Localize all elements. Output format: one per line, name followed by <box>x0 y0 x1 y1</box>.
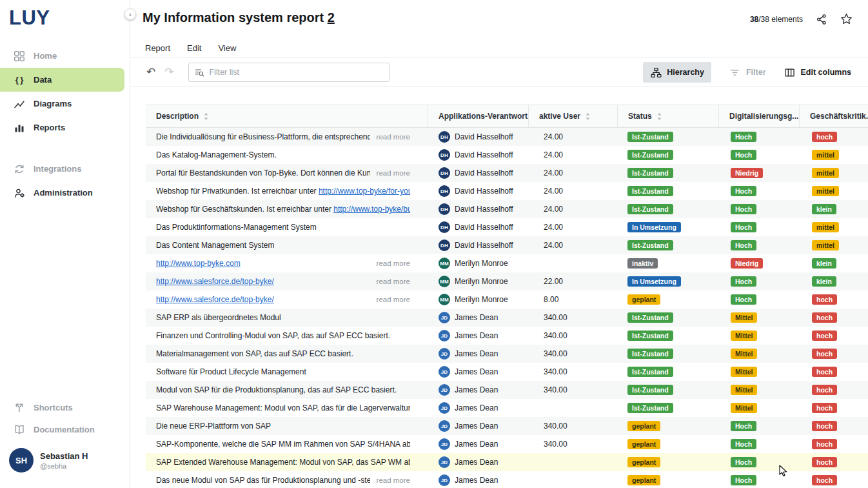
column-header-digitalization[interactable]: Digitalisierungsg... <box>719 105 800 127</box>
description-link[interactable]: http://www.salesforce.de/top-byke/ <box>156 295 274 304</box>
table-row[interactable]: http://www.top-byke.com read more MM Mer… <box>146 254 868 272</box>
read-more-link[interactable]: read more <box>370 133 410 141</box>
criticality-cell: klein <box>800 276 868 287</box>
table-row[interactable]: SAP ERP als übergeordnetes Modul JD Jame… <box>146 309 868 327</box>
table-row[interactable]: http://www.salesforce.de/top-byke/ read … <box>146 272 868 290</box>
table-row[interactable]: Finanzen und Controlling-Modul von SAP, … <box>146 327 868 345</box>
sidebar-item-administration[interactable]: Administration <box>0 181 130 205</box>
table-row[interactable]: Das Produktinformations-Management Syste… <box>146 218 868 236</box>
description-cell: SAP Extended Warehouse Management: Modul… <box>146 458 428 467</box>
digitalization-cell: Mittel <box>719 330 800 341</box>
user-handle: @sebha <box>40 462 88 470</box>
edit-columns-button[interactable]: Edit columns <box>784 66 851 78</box>
table-row[interactable]: Das Katalog-Management-System. DH David … <box>146 146 868 164</box>
app-logo[interactable]: LUY <box>0 0 130 44</box>
main-content: My Information system report 2 38/38 ele… <box>131 0 868 488</box>
table-row[interactable]: Webshop für Privatkunden. Ist erreichbar… <box>146 182 868 200</box>
filter-list-icon <box>194 67 204 77</box>
sidebar-item-home[interactable]: Home <box>0 44 130 68</box>
digitalization-cell: Hoch <box>719 204 800 215</box>
table-row[interactable]: Das neue Modul von SAP das für Produktio… <box>146 471 868 488</box>
criticality-cell: hoch <box>800 132 868 143</box>
column-header-owner[interactable]: Applikations-Verantwort... <box>428 105 529 127</box>
owner-name: David Hasselhoff <box>455 223 513 232</box>
read-more-link[interactable]: read more <box>370 278 410 285</box>
column-header-description[interactable]: Description <box>146 105 428 127</box>
table-row[interactable]: SAP-Komponente, welche die SAP MM im Rah… <box>146 435 868 453</box>
column-header-active-users[interactable]: aktive User <box>529 105 618 127</box>
owner-name: James Dean <box>455 385 498 394</box>
criticality-badge: mittel <box>812 150 839 161</box>
read-more-link[interactable]: read more <box>370 169 410 177</box>
status-cell: In Umsetzung <box>618 222 719 233</box>
sidebar-item-documentation[interactable]: Documentation <box>0 418 130 440</box>
avatar: DH <box>439 221 450 233</box>
description-link[interactable]: http://www.salesforce.de/top-byke/ <box>156 277 274 286</box>
digitalization-badge: Hoch <box>731 186 756 197</box>
table-row[interactable]: Das Content Management System DH David H… <box>146 236 868 254</box>
filter-list-input[interactable] <box>188 63 390 82</box>
avatar: DH <box>439 167 450 179</box>
sidebar-collapse-button[interactable]: ‹ <box>124 8 136 20</box>
description-cell: Materialmanagement von SAP, das auf SAP … <box>146 349 428 358</box>
line-chart-icon <box>14 98 25 110</box>
star-favorite-icon[interactable] <box>840 13 853 25</box>
description-link[interactable]: http://www.top-byke/business/ <box>333 205 410 214</box>
undo-icon[interactable]: ↶ <box>146 65 155 79</box>
criticality-cell: mittel <box>800 150 868 161</box>
status-cell: In Umsetzung <box>618 276 719 287</box>
digitalization-badge: Hoch <box>731 276 756 287</box>
table-row[interactable]: Die neue ERP-Plattform von SAP JD James … <box>146 417 868 435</box>
table-row[interactable]: Webshop für Geschäftskunden. Ist erreich… <box>146 200 868 218</box>
column-header-business-criticality[interactable]: Geschäftskritik... <box>800 105 868 127</box>
status-cell: Ist-Zustand <box>618 150 719 161</box>
table-row[interactable]: SAP Extended Warehouse Management: Modul… <box>146 453 868 471</box>
filter-button[interactable]: Filter <box>729 66 766 78</box>
menu-edit[interactable]: Edit <box>187 43 201 53</box>
table-row[interactable]: Modul von SAP für die Produktionsplanung… <box>146 381 868 399</box>
description-link[interactable]: http://www.top-byke.com <box>156 259 241 268</box>
digitalization-badge: Niedrig <box>731 168 763 179</box>
owner-name: James Dean <box>455 331 498 340</box>
column-header-status[interactable]: Status <box>618 105 719 127</box>
active-users-cell: 340.00 <box>529 367 618 376</box>
digitalization-badge: Hoch <box>731 222 756 233</box>
menu-view[interactable]: View <box>218 43 236 53</box>
table-row[interactable]: Materialmanagement von SAP, das auf SAP … <box>146 345 868 363</box>
sidebar-item-integrations[interactable]: Integrations <box>0 157 130 181</box>
table-row[interactable]: Software für Product Lifecycle Managemen… <box>146 363 868 381</box>
table-row[interactable]: Die Individuallösung für eBusiness-Platt… <box>146 128 868 146</box>
menu-report[interactable]: Report <box>145 43 170 53</box>
sidebar-item-diagrams[interactable]: Diagrams <box>0 92 130 116</box>
sidebar-item-shortcuts[interactable]: Shortcuts <box>0 396 130 418</box>
active-users-cell: 24.00 <box>529 241 618 250</box>
home-grid-icon <box>14 50 25 62</box>
status-badge: Ist-Zustand <box>627 330 673 341</box>
table-row[interactable]: Portal für Bestandskunden von Top-Byke. … <box>146 164 868 182</box>
hierarchy-toggle-button[interactable]: Hierarchy <box>643 62 711 83</box>
sidebar-item-data[interactable]: { } Data <box>0 68 124 92</box>
sidebar-item-reports[interactable]: Reports <box>0 116 130 139</box>
criticality-cell: hoch <box>800 403 868 414</box>
owner-cell: JD James Dean <box>428 402 529 414</box>
user-name: Sebastian H <box>40 451 88 461</box>
description-cell: Das Katalog-Management-System. <box>146 150 428 159</box>
bar-chart-icon <box>14 122 25 134</box>
read-more-link[interactable]: read more <box>370 476 410 484</box>
description-cell: SAP-Komponente, welche die SAP MM im Rah… <box>146 440 428 449</box>
table-row[interactable]: SAP Warehouse Management: Modul von SAP,… <box>146 399 868 417</box>
status-cell: Ist-Zustand <box>618 186 719 197</box>
hierarchy-label: Hierarchy <box>667 68 704 77</box>
owner-name: James Dean <box>455 440 498 449</box>
user-profile[interactable]: SH Sebastian H @sebha <box>0 440 130 483</box>
share-icon[interactable] <box>816 14 827 25</box>
redo-icon[interactable]: ↷ <box>164 65 173 79</box>
digitalization-badge: Mittel <box>731 312 757 323</box>
description-link[interactable]: http://www.top-byke/for-you/ <box>319 187 410 196</box>
read-more-link[interactable]: read more <box>370 296 410 303</box>
table-row[interactable]: http://www.salesforce.de/top-byke/ read … <box>146 290 868 309</box>
description-text: http://www.salesforce.de/top-byke/ <box>156 295 274 304</box>
status-badge: In Umsetzung <box>627 222 681 233</box>
read-more-link[interactable]: read more <box>370 259 410 267</box>
column-label: aktive User <box>539 112 580 121</box>
